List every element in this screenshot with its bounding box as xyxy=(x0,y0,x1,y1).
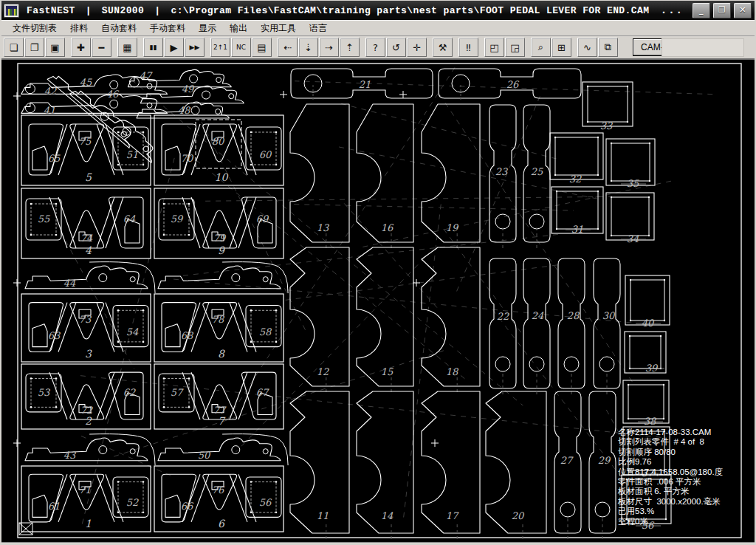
nested-part-21[interactable]: 21 xyxy=(291,69,433,100)
maximize-button[interactable]: ❐ xyxy=(713,3,731,18)
nested-part-28[interactable] xyxy=(558,258,585,388)
part-label: 26 xyxy=(506,79,520,90)
part-label: 54 xyxy=(126,326,139,337)
file-path: c:\Program Files\FastCAM\training parts\… xyxy=(171,5,649,16)
traverse-line xyxy=(80,376,665,438)
save-file-button[interactable]: ▣ xyxy=(45,38,65,57)
part-label: 46 xyxy=(106,89,120,100)
menu-item-1[interactable]: 排料 xyxy=(63,21,94,35)
nested-part-6[interactable]: 6676566 xyxy=(154,466,284,532)
part-label: 42 xyxy=(44,86,57,97)
nested-part-5[interactable]: 6575515 xyxy=(21,115,151,185)
arrow-right-button[interactable]: ⇢ xyxy=(319,38,339,57)
zoom-out-button[interactable]: ━ xyxy=(92,38,111,57)
nested-part-4[interactable]: 5574644 xyxy=(21,188,151,258)
menu-item-0[interactable]: 文件切割表 xyxy=(6,21,63,35)
part-label: 70 xyxy=(181,153,194,164)
print-button[interactable]: ▤ xyxy=(252,38,272,57)
nested-part-35[interactable]: 35 xyxy=(606,139,655,189)
datum-cross xyxy=(13,439,21,447)
datum-cross xyxy=(13,279,21,287)
part-label: 15 xyxy=(381,366,394,377)
part-label: 45 xyxy=(80,77,92,88)
nested-part-24[interactable] xyxy=(523,258,550,388)
zoom-window-button[interactable]: ⌕ xyxy=(531,38,551,57)
nest-canvas[interactable]: 6575515708060105574644597969963735436878… xyxy=(1,60,755,542)
part-label: 40 xyxy=(642,318,655,329)
status-line: 零件面积 .006 平方米 xyxy=(618,477,723,487)
nested-part-30[interactable] xyxy=(594,258,620,388)
traverse-line xyxy=(295,81,712,95)
part-label: 23 xyxy=(495,166,509,177)
move-button[interactable]: ✛ xyxy=(407,38,427,57)
copy-sheet-button[interactable]: ⧉ xyxy=(598,38,618,57)
new-file-button[interactable]: ❏ xyxy=(4,38,24,57)
part-label: 22 xyxy=(497,311,509,322)
nested-part-9[interactable]: 5979699 xyxy=(154,188,284,258)
menu-item-5[interactable]: 输出 xyxy=(223,21,254,35)
nested-part-2[interactable]: 5372622 xyxy=(21,364,151,429)
datum-cross xyxy=(399,91,407,98)
sequence-button[interactable]: 2↑1 xyxy=(210,38,230,57)
grid-button[interactable]: ▦ xyxy=(117,38,137,57)
corner-button[interactable]: ◰ xyxy=(484,38,504,57)
measure-button[interactable]: ? xyxy=(365,38,385,57)
tools-button[interactable]: ⚒ xyxy=(433,38,453,57)
run-fast-button[interactable]: ▶▶ xyxy=(185,38,205,57)
title-bar[interactable]: FastNEST | SUN2000 | c:\Program Files\Fa… xyxy=(1,1,755,20)
pause-button[interactable]: ▮▮ xyxy=(143,38,163,57)
torch-button[interactable]: ‼ xyxy=(458,38,478,57)
menu-item-4[interactable]: 显示 xyxy=(192,21,223,35)
nested-part-40[interactable]: 40 xyxy=(625,275,670,329)
part-label: 69 xyxy=(256,213,269,224)
traverse-line xyxy=(456,97,540,295)
nested-part-50[interactable] xyxy=(158,434,288,466)
nested-part-39[interactable]: 39 xyxy=(625,332,666,374)
menu-bar: 文件切割表排料自动套料手动套料显示输出实用工具语言 xyxy=(1,20,755,36)
part-label: 75 xyxy=(79,136,92,147)
part-label: 14 xyxy=(381,510,394,521)
datum-cross xyxy=(280,91,287,98)
nested-part-32[interactable]: 32 xyxy=(550,133,603,185)
nested-part-33[interactable]: 33 xyxy=(583,82,633,131)
nc-code-button[interactable]: NC xyxy=(231,38,251,57)
fit-view-button[interactable]: ⊞ xyxy=(551,38,571,57)
nested-part-10[interactable]: 70806010 xyxy=(154,115,284,185)
nested-part-34[interactable]: 34 xyxy=(606,193,654,244)
arrow-left-button[interactable]: ⇠ xyxy=(278,38,298,57)
menu-item-7[interactable]: 语言 xyxy=(303,21,334,35)
part-label: 24 xyxy=(532,310,544,321)
menu-item-6[interactable]: 实用工具 xyxy=(254,21,303,35)
menu-item-2[interactable]: 自动套料 xyxy=(94,21,143,35)
part-label: 66 xyxy=(181,501,194,512)
status-line: 切割顺序 80/80 xyxy=(618,448,723,457)
run-button[interactable]: ▶ xyxy=(164,38,184,57)
nested-part-22[interactable] xyxy=(489,258,516,388)
nested-part-38[interactable]: 38 xyxy=(623,380,669,427)
menu-item-3[interactable]: 手动套料 xyxy=(143,21,192,35)
open-file-button[interactable]: ❐ xyxy=(24,38,44,57)
path-line-button[interactable]: ∿ xyxy=(577,38,597,57)
part-label: 2 xyxy=(85,415,92,427)
nested-part-3[interactable]: 6373543 xyxy=(21,294,151,362)
zoom-in-button[interactable]: ✚ xyxy=(71,38,91,57)
arrow-up-button[interactable]: ⇡ xyxy=(340,38,360,57)
nested-part-31[interactable]: 31 xyxy=(551,187,603,235)
traverse-line xyxy=(82,156,175,524)
part-label: 35 xyxy=(627,178,639,189)
part-label: 33 xyxy=(600,120,614,131)
rotate-button[interactable]: ↺ xyxy=(386,38,406,57)
traverse-line xyxy=(183,234,563,275)
nested-part-8[interactable]: 6878588 xyxy=(154,294,284,362)
close-button[interactable]: ✕ xyxy=(734,3,752,18)
minimize-button[interactable]: _ xyxy=(693,3,710,18)
status-line: 比例9.76 xyxy=(618,457,723,467)
arrow-down-button[interactable]: ⇣ xyxy=(298,38,318,57)
nested-part-1[interactable]: 6171521 xyxy=(21,466,151,532)
nested-part-26[interactable]: 26 xyxy=(439,69,581,100)
part-label: 60 xyxy=(259,149,272,160)
nested-part-7[interactable]: 5777677 xyxy=(154,364,284,429)
status-line: 位置817.4,1658.05@180.度 xyxy=(618,467,723,477)
nested-part-44[interactable] xyxy=(25,262,155,294)
step-button[interactable]: ◲ xyxy=(505,38,525,57)
